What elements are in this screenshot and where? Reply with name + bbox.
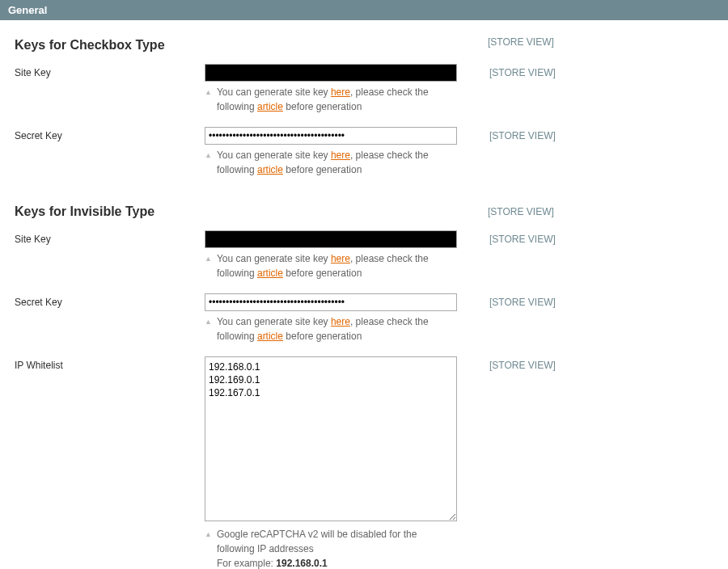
label-ip-whitelist: IP Whitelist [15,356,205,371]
label-invisible-site-key: Site Key [15,230,205,245]
link-article[interactable]: article [257,101,283,112]
link-here[interactable]: here [331,86,350,98]
help-checkbox-site-key: ▲ You can generate site key here, please… [205,82,457,124]
link-article[interactable]: article [257,164,283,175]
help-text: You can generate site key [217,253,331,264]
link-here[interactable]: here [331,316,350,327]
triangle-up-icon: ▲ [205,529,212,541]
link-article[interactable]: article [257,331,283,342]
triangle-up-icon: ▲ [205,150,212,162]
input-checkbox-site-key[interactable] [205,64,457,82]
link-here[interactable]: here [331,150,350,161]
input-invisible-secret-key[interactable] [205,293,457,311]
scope-label: [STORE VIEW] [463,35,554,64]
triangle-up-icon: ▲ [205,87,212,99]
help-text: before generation [283,164,362,175]
link-here[interactable]: here [331,253,350,264]
help-text: before generation [283,268,362,279]
triangle-up-icon: ▲ [205,254,212,265]
input-invisible-site-key[interactable] [205,230,457,248]
help-text: You can generate site key [217,316,331,327]
help-text: Google reCAPTCHA v2 will be disabled for… [217,529,417,554]
label-checkbox-site-key: Site Key [15,64,205,78]
help-invisible-secret-key: ▲ You can generate site key here, please… [205,311,457,353]
section-header: General [0,0,728,20]
scope-label: [STORE VIEW] [465,356,556,371]
help-text: before generation [283,101,362,112]
scope-label: [STORE VIEW] [463,190,554,230]
help-text: before generation [283,331,362,342]
help-text: For example: [217,558,276,569]
help-invisible-site-key: ▲ You can generate site key here, please… [205,248,457,290]
heading-checkbox-keys: Keys for Checkbox Type [15,38,463,53]
triangle-up-icon: ▲ [205,317,212,328]
input-checkbox-secret-key[interactable] [205,127,457,145]
help-text: You can generate site key [217,86,331,98]
label-checkbox-secret-key: Secret Key [15,127,205,141]
scope-label: [STORE VIEW] [465,293,556,308]
scope-label: [STORE VIEW] [465,64,556,78]
help-ip-whitelist: ▲ Google reCAPTCHA v2 will be disabled f… [205,524,457,569]
help-text: You can generate site key [217,150,331,161]
link-article[interactable]: article [257,268,283,279]
help-checkbox-secret-key: ▲ You can generate site key here, please… [205,145,457,187]
config-content: Keys for Checkbox Type [STORE VIEW] Site… [0,20,728,569]
heading-invisible-keys: Keys for Invisible Type [15,204,463,219]
textarea-ip-whitelist[interactable] [205,356,457,521]
label-invisible-secret-key: Secret Key [15,293,205,308]
scope-label: [STORE VIEW] [465,230,556,245]
help-example: 192.168.0.1 [276,558,327,569]
scope-label: [STORE VIEW] [465,127,556,141]
